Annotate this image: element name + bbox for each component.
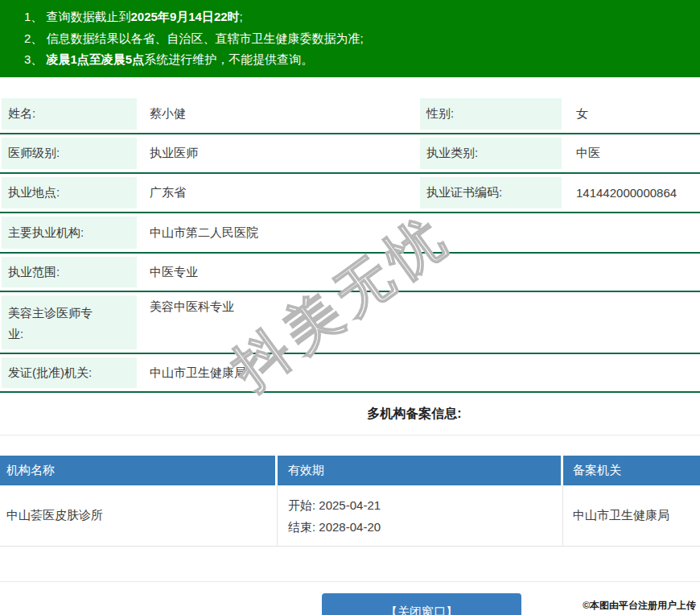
notice-text: ; xyxy=(240,10,243,23)
practice-category-label: 执业类别: xyxy=(420,138,562,169)
info-row-location-certno: 执业地点: 广东省 执业证书编码: 141442000000864 xyxy=(0,174,700,213)
main-institution-value: 中山市第二人民医院 xyxy=(137,213,700,252)
practice-scope-value: 中医专业 xyxy=(137,254,700,291)
notice-bold-text: 2025年9月14日22时 xyxy=(131,10,240,23)
notice-number: 1、 xyxy=(24,10,43,23)
info-row-level-category: 医师级别: 执业医师 执业类别: 中医 xyxy=(0,134,700,174)
certificate-number-label: 执业证书编码: xyxy=(420,177,562,208)
filing-authority-cell: 中山市卫生健康局 xyxy=(563,485,700,546)
column-header-filing-authority: 备案机关 xyxy=(563,456,700,485)
column-header-validity: 有效期 xyxy=(278,456,563,485)
info-row-cosmetic-specialty: 美容主诊医师专业: 美容中医科专业 xyxy=(0,292,700,354)
validity-end: 结束: 2028-04-20 xyxy=(288,516,381,538)
certificate-number-value: 141442000000864 xyxy=(563,174,700,212)
info-row-practice-scope: 执业范围: 中医专业 xyxy=(0,254,700,292)
notice-number: 3、 xyxy=(24,52,43,66)
practice-category-value: 中医 xyxy=(563,134,700,172)
notice-line-1: 1、 查询数据截止到2025年9月14日22时; xyxy=(24,6,692,28)
notice-text: 查询数据截止到 xyxy=(47,10,131,23)
practitioner-info-table: 姓名: 蔡小健 性别: 女 医师级别: 执业医师 执业类别: 中医 执业地点: … xyxy=(0,95,700,393)
main-institution-label: 主要执业机构: xyxy=(2,217,137,249)
gender-label: 性别: xyxy=(420,98,562,130)
info-row-main-institution: 主要执业机构: 中山市第二人民医院 xyxy=(0,213,700,254)
practice-location-value: 广东省 xyxy=(137,174,418,212)
copyright-note: ©本图由平台注册用户上传 xyxy=(583,599,696,613)
info-row-issuing-authority: 发证(批准)机关: 中山市卫生健康局 xyxy=(0,354,700,393)
notice-number: 2、 xyxy=(24,31,43,45)
filing-table-row: 中山荟医皮肤诊所 开始: 2025-04-21 结束: 2028-04-20 中… xyxy=(0,485,700,547)
doctor-level-label: 医师级别: xyxy=(2,138,137,169)
issuing-authority-value: 中山市卫生健康局 xyxy=(137,354,700,391)
validity-start: 开始: 2025-04-21 xyxy=(288,494,381,516)
cosmetic-specialty-value: 美容中医科专业 xyxy=(137,292,700,353)
multi-institution-heading: 多机构备案信息: xyxy=(0,406,700,421)
notice-banner: 1、 查询数据截止到2025年9月14日22时; 2、 信息数据结果以各省、自治… xyxy=(0,0,700,77)
notice-line-2: 2、 信息数据结果以各省、自治区、直辖市卫生健康委数据为准; xyxy=(24,28,692,50)
doctor-level-value: 执业医师 xyxy=(137,134,418,172)
license-query-result-page: 1、 查询数据截止到2025年9月14日22时; 2、 信息数据结果以各省、自治… xyxy=(0,0,700,615)
name-value: 蔡小健 xyxy=(137,95,418,133)
filing-table-header: 机构名称 有效期 备案机关 xyxy=(0,456,700,485)
practice-scope-label: 执业范围: xyxy=(2,257,137,287)
notice-text: 系统进行维护，不能提供查询。 xyxy=(144,52,313,66)
gender-value: 女 xyxy=(563,95,700,133)
info-row-name-gender: 姓名: 蔡小健 性别: 女 xyxy=(0,95,700,134)
notice-bold-text: 凌晨1点至凌晨5点 xyxy=(47,52,145,66)
section-divider xyxy=(0,435,700,435)
notice-text: 信息数据结果以各省、自治区、直辖市卫生健康委数据为准; xyxy=(47,31,364,45)
close-window-button[interactable]: 【关闭窗口】 xyxy=(322,593,521,615)
footer-divider xyxy=(0,581,700,582)
validity-cell: 开始: 2025-04-21 结束: 2028-04-20 xyxy=(278,485,563,546)
practice-location-label: 执业地点: xyxy=(2,177,137,208)
issuing-authority-label: 发证(批准)机关: xyxy=(2,357,137,388)
name-label: 姓名: xyxy=(2,98,137,130)
cosmetic-specialty-label: 美容主诊医师专业: xyxy=(2,295,137,349)
notice-line-3: 3、 凌晨1点至凌晨5点系统进行维护，不能提供查询。 xyxy=(24,49,692,71)
org-name-cell: 中山荟医皮肤诊所 xyxy=(0,485,278,546)
column-header-org-name: 机构名称 xyxy=(0,456,278,485)
